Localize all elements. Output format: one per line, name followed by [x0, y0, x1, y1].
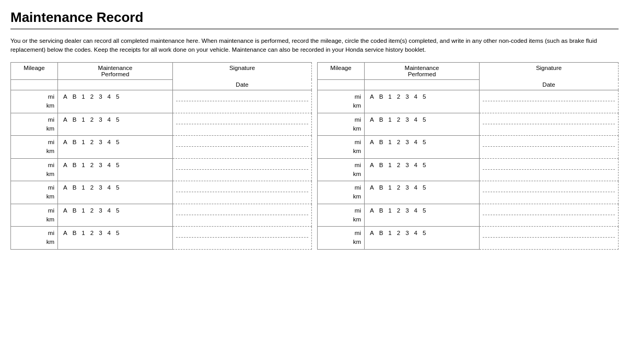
- right-maint-5: AB12345: [365, 181, 480, 204]
- page-title: Maintenance Record: [10, 9, 619, 26]
- left-maintenance-subheader: [58, 79, 173, 90]
- right-date-header: Date: [480, 79, 619, 90]
- mi-label: mi: [48, 92, 54, 101]
- right-sig-6[interactable]: [480, 204, 619, 227]
- right-sig-3[interactable]: [480, 136, 619, 159]
- left-maint-1: A B 1 2 3 4 5: [58, 90, 173, 113]
- right-mileage-4: mikm: [318, 158, 365, 181]
- left-mileage-subheader: [11, 79, 58, 90]
- left-maint-4: AB12345: [58, 158, 173, 181]
- left-sig-1[interactable]: [173, 90, 312, 113]
- right-mileage-5: mikm: [318, 181, 365, 204]
- right-mileage-header: Mileage: [318, 62, 365, 79]
- right-sig-1[interactable]: [480, 90, 619, 113]
- intro-text: You or the servicing dealer can record a…: [10, 37, 616, 55]
- left-maint-2: AB12345: [58, 113, 173, 136]
- right-maint-4: AB12345: [365, 158, 480, 181]
- left-sig-2[interactable]: [173, 113, 312, 136]
- left-table: Mileage MaintenancePerformed Signature D…: [10, 62, 312, 250]
- right-sig-2[interactable]: [480, 113, 619, 136]
- left-maint-6: AB12345: [58, 204, 173, 227]
- title-divider: [10, 29, 619, 29]
- right-maint-3: AB12345: [365, 136, 480, 159]
- left-sig-6[interactable]: [173, 204, 312, 227]
- right-mileage-1: mikm: [318, 90, 365, 113]
- codes-row: A B 1 2 3 4 5: [61, 92, 169, 101]
- left-maint-7: AB12345: [58, 227, 173, 250]
- left-date-header: Date: [173, 79, 312, 90]
- left-sig-7[interactable]: [173, 227, 312, 250]
- left-mileage-4: mikm: [11, 158, 58, 181]
- right-maint-7: AB12345: [365, 227, 480, 250]
- right-maint-6: AB12345: [365, 204, 480, 227]
- left-mileage-7: mikm: [11, 227, 58, 250]
- right-sig-5[interactable]: [480, 181, 619, 204]
- km-label: km: [46, 101, 54, 110]
- right-sig-4[interactable]: [480, 158, 619, 181]
- left-mileage-5: mikm: [11, 181, 58, 204]
- right-mileage-2: mikm: [318, 113, 365, 136]
- left-mileage-6: mikm: [11, 204, 58, 227]
- left-sig-5[interactable]: [173, 181, 312, 204]
- right-mileage-7: mikm: [318, 227, 365, 250]
- right-mileage-6: mikm: [318, 204, 365, 227]
- right-mileage-subheader: [318, 79, 365, 90]
- left-sig-4[interactable]: [173, 158, 312, 181]
- left-mileage-3: mikm: [11, 136, 58, 159]
- tables-wrapper: Mileage MaintenancePerformed Signature D…: [10, 62, 619, 250]
- left-signature-header: Signature: [173, 62, 312, 79]
- left-maintenance-header: MaintenancePerformed: [58, 62, 173, 79]
- right-maintenance-subheader: [365, 79, 480, 90]
- left-mileage-header: Mileage: [11, 62, 58, 79]
- left-maint-5: AB12345: [58, 181, 173, 204]
- right-signature-header: Signature: [480, 62, 619, 79]
- left-sig-3[interactable]: [173, 136, 312, 159]
- right-sig-7[interactable]: [480, 227, 619, 250]
- right-maintenance-header: MaintenancePerformed: [365, 62, 480, 79]
- right-table: Mileage MaintenancePerformed Signature D…: [317, 62, 619, 250]
- right-mileage-3: mikm: [318, 136, 365, 159]
- left-mileage-1: mikm: [11, 90, 58, 113]
- right-maint-1: AB12345: [365, 90, 480, 113]
- left-maint-3: AB12345: [58, 136, 173, 159]
- right-maint-2: AB12345: [365, 113, 480, 136]
- left-mileage-2: mikm: [11, 113, 58, 136]
